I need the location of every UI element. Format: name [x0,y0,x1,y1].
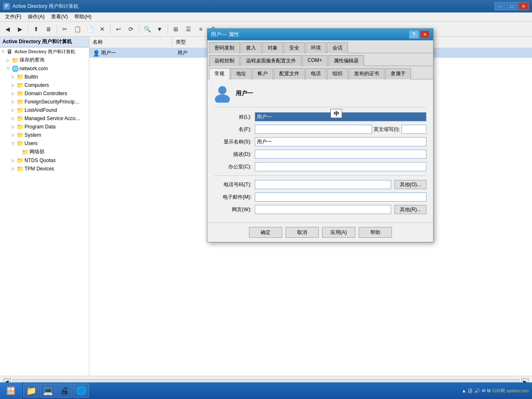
tab-remote-desktop[interactable]: 远程桌面服务配置文件 [241,55,301,66]
tree-label-network-com: network.com [20,66,48,71]
paste-button[interactable]: 📄 [84,23,96,35]
tab-attr-editor[interactable]: 属性编辑器 [328,55,364,66]
tree-item-program-data[interactable]: ▷ 📁 Program Data [0,123,89,131]
input-email[interactable] [255,192,426,202]
menu-action[interactable]: 操作(A) [25,12,48,21]
find-button[interactable]: 🔍 [141,23,153,35]
tree-item-managed[interactable]: ▷ 📁 Managed Service Acco… [0,114,89,123]
taskbar-app-powershell[interactable]: 💻 [40,384,56,398]
taskbar-app-printer[interactable]: 🖨 [57,384,72,398]
filter-button[interactable]: ▼ [154,23,165,35]
delete-button[interactable]: ✕ [96,23,108,35]
svg-rect-1 [5,5,8,5]
tab-password-copy[interactable]: 密码复制 [209,42,240,53]
dialog-close-button[interactable]: ✕ [420,30,430,39]
tab-profile[interactable]: 配置文件 [274,68,305,79]
input-description[interactable] [255,150,426,159]
tree-item-network-com[interactable]: ▽ 🌐 network.com [0,64,89,73]
menu-file[interactable]: 文件(F) [2,12,25,21]
view-icons-button[interactable]: ⊞ [170,23,182,35]
dialog-footer: 确定 取消 应用(A) 帮助 [207,222,433,242]
tab-object[interactable]: 对象 [262,42,283,53]
tree-item-domain-controllers[interactable]: ▷ 📁 Domain Controllers [0,89,89,98]
forward-button[interactable]: ▶ [14,23,26,35]
apply-button[interactable]: 应用(A) [322,227,355,238]
tray-arrow[interactable]: ▲ [462,388,466,393]
toolbar-sep-4 [139,24,139,34]
tree-item-builtin[interactable]: ▷ 📁 Builtin [0,73,89,81]
input-office[interactable] [255,162,426,171]
show-hide-button[interactable]: 🖥 [43,23,54,35]
tree-item-computers[interactable]: ▷ 📁 Computers [0,81,89,89]
tab-security[interactable]: 安全 [284,42,305,53]
input-phone[interactable] [255,180,391,189]
web-other-button[interactable]: 其他(R)... [394,205,426,214]
tree-item-ntds[interactable]: ▷ 📁 NTDS Quotas [0,156,89,165]
folder-icon-wangluo: 📁 [22,149,28,155]
tab-org[interactable]: 组织 [327,68,348,79]
view-details-button[interactable]: ≡ [195,23,207,35]
col-name[interactable]: 名称 [89,38,172,47]
tree-item-lost-found[interactable]: ▷ 📁 LostAndFound [0,106,89,114]
input-initials[interactable] [401,125,426,134]
tree-arrow-computers: ▷ [12,83,17,87]
tree-item-users[interactable]: ▽ 📁 Users [0,139,89,148]
input-web[interactable] [255,205,391,214]
tab-remote-control[interactable]: 远程控制 [209,55,240,66]
undo-button[interactable]: ↩ [113,23,124,35]
tab-address[interactable]: 地址 [231,68,251,79]
tab-general[interactable]: 常规 [209,68,230,79]
phone-other-button[interactable]: 其他(O)... [394,180,426,189]
tree-arrow-managed: ▷ [12,116,17,121]
tree-item-foreign[interactable]: ▷ 📁 ForeignSecurityPrincip… [0,98,89,106]
tab-session[interactable]: 会话 [327,42,348,53]
back-button[interactable]: ◀ [2,23,13,35]
maximize-button[interactable]: □ [506,2,517,10]
refresh-button[interactable]: ⟳ [125,23,137,35]
tree-item-wangluo[interactable]: 📁 网络部 [0,148,89,156]
folder-icon-saved: 📁 [12,57,18,64]
tree-item-system[interactable]: ▷ 📁 System [0,131,89,139]
minimize-button[interactable]: － [495,2,505,10]
tray-mail[interactable]: ✉ [482,388,485,394]
tree-item-tpm[interactable]: ▷ 📁 TPM Devices [0,165,89,173]
taskbar-app-file-manager[interactable]: 📁 [23,384,39,398]
tab-published-certs[interactable]: 发布的证书 [349,68,384,79]
menu-help[interactable]: 帮助(H) [71,12,95,21]
tab-phone[interactable]: 电话 [305,68,326,79]
tree-label-tpm: TPM Devices [25,166,54,172]
user-section: 用户一 [214,84,426,107]
window-controls[interactable]: － □ ✕ [495,2,529,10]
menu-view[interactable]: 查看(V) [48,12,71,21]
tab-account[interactable]: 帐户 [252,68,273,79]
user-properties-dialog[interactable]: 用户— 属性 ? ✕ 密码复制 拨入 对象 安全 环境 会话 远程控制 远程桌面… [207,28,433,242]
copy-button[interactable]: 📋 [71,23,83,35]
view-list-button[interactable]: ☰ [182,23,194,35]
cancel-button[interactable]: 取消 [286,227,319,238]
close-button[interactable]: ✕ [518,2,529,10]
ok-button[interactable]: 确定 [249,227,282,238]
left-panel: Active Directory 用户和计算机 ▽ 🖥 Active Direc… [0,37,89,376]
tab-environment[interactable]: 环境 [305,42,326,53]
tray-lang[interactable]: 語 [468,388,473,394]
svg-rect-2 [5,6,7,7]
tab-com-plus[interactable]: COM+ [302,55,328,66]
tray-volume[interactable]: 🔊 [474,388,480,394]
help-button[interactable]: 帮助 [359,227,392,238]
tree-item-saved-queries[interactable]: ▷ 📁 保存的查询 [0,56,89,64]
dialog-help-button[interactable]: ? [409,30,419,39]
input-displayname[interactable] [255,137,426,146]
user-display-name: 用户一 [236,90,253,97]
start-button[interactable]: 🪟 [0,382,22,399]
input-lastname[interactable] [255,112,426,121]
cut-button[interactable]: ✂ [59,23,71,35]
up-button[interactable]: ⬆ [30,23,42,35]
tree-arrow-dc: ▷ [12,91,17,96]
dialog-title-controls[interactable]: ? ✕ [409,30,430,39]
tab-member-of[interactable]: 隶属于 [385,68,411,79]
tab-dialin[interactable]: 拨入 [241,42,261,53]
tree-root[interactable]: ▽ 🖥 Active Directory 用户和计算机 [0,47,89,56]
taskbar-app-browser[interactable]: 🌐 [73,384,89,398]
input-firstname[interactable] [255,125,372,134]
tree-label-domain-controllers: Domain Controllers [25,91,67,96]
